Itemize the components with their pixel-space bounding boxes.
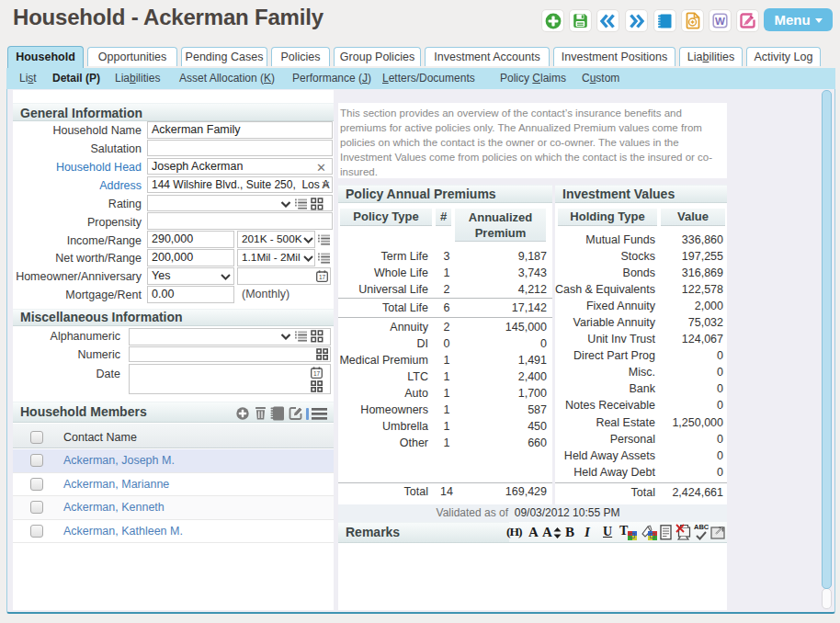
svg-text:17: 17 [313,370,321,377]
svg-text:W: W [715,16,725,27]
svg-text:17: 17 [319,274,326,280]
